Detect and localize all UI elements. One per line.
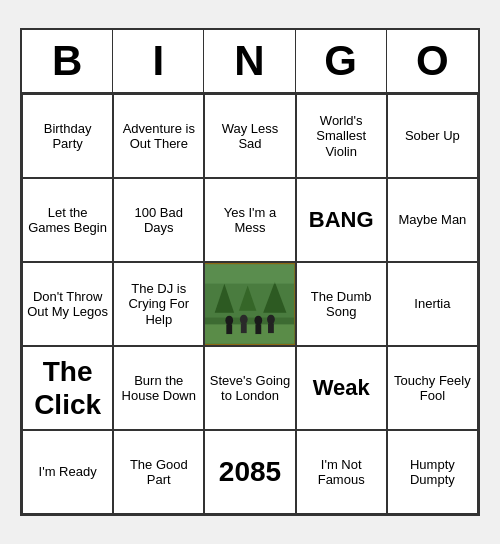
svg-rect-14	[205, 264, 294, 283]
cell-r0c3[interactable]: World's Smallest Violin	[296, 94, 387, 178]
cell-r3c1[interactable]: Burn the House Down	[113, 346, 204, 430]
svg-rect-13	[268, 323, 274, 333]
cell-r2c4[interactable]: Inertia	[387, 262, 478, 346]
cell-r1c1[interactable]: 100 Bad Days	[113, 178, 204, 262]
letter-g: G	[296, 30, 387, 92]
cell-r4c1[interactable]: The Good Part	[113, 430, 204, 514]
bingo-grid: Birthday PartyAdventure is Out ThereWay …	[22, 94, 478, 514]
cell-r4c3[interactable]: I'm Not Famous	[296, 430, 387, 514]
cell-r3c0[interactable]: The Click	[22, 346, 113, 430]
cell-r3c2[interactable]: Steve's Going to London	[204, 346, 295, 430]
cell-r2c1[interactable]: The DJ is Crying For Help	[113, 262, 204, 346]
cell-r0c0[interactable]: Birthday Party	[22, 94, 113, 178]
svg-point-10	[255, 316, 263, 326]
cell-r1c0[interactable]: Let the Games Begin	[22, 178, 113, 262]
bingo-card: B I N G O Birthday PartyAdventure is Out…	[20, 28, 480, 516]
cell-r0c2[interactable]: Way Less Sad	[204, 94, 295, 178]
svg-point-12	[267, 315, 275, 325]
cell-r4c2[interactable]: 2085	[204, 430, 295, 514]
svg-rect-5	[205, 324, 294, 343]
svg-point-8	[240, 315, 248, 325]
cell-r2c0[interactable]: Don't Throw Out My Legos	[22, 262, 113, 346]
cell-r3c3[interactable]: Weak	[296, 346, 387, 430]
letter-i: I	[113, 30, 204, 92]
cell-r1c4[interactable]: Maybe Man	[387, 178, 478, 262]
cell-r2c3[interactable]: The Dumb Song	[296, 262, 387, 346]
svg-rect-7	[227, 324, 233, 334]
cell-r2c2[interactable]	[204, 262, 295, 346]
letter-b: B	[22, 30, 113, 92]
letter-n: N	[204, 30, 295, 92]
svg-rect-9	[241, 323, 247, 333]
cell-r1c3[interactable]: BANG	[296, 178, 387, 262]
cell-r0c1[interactable]: Adventure is Out There	[113, 94, 204, 178]
cell-r1c2[interactable]: Yes I'm a Mess	[204, 178, 295, 262]
svg-rect-11	[256, 324, 262, 334]
letter-o: O	[387, 30, 478, 92]
cell-r4c0[interactable]: I'm Ready	[22, 430, 113, 514]
svg-point-6	[226, 316, 234, 326]
cell-r3c4[interactable]: Touchy Feely Fool	[387, 346, 478, 430]
cell-r4c4[interactable]: Humpty Dumpty	[387, 430, 478, 514]
bingo-header: B I N G O	[22, 30, 478, 94]
cell-r0c4[interactable]: Sober Up	[387, 94, 478, 178]
